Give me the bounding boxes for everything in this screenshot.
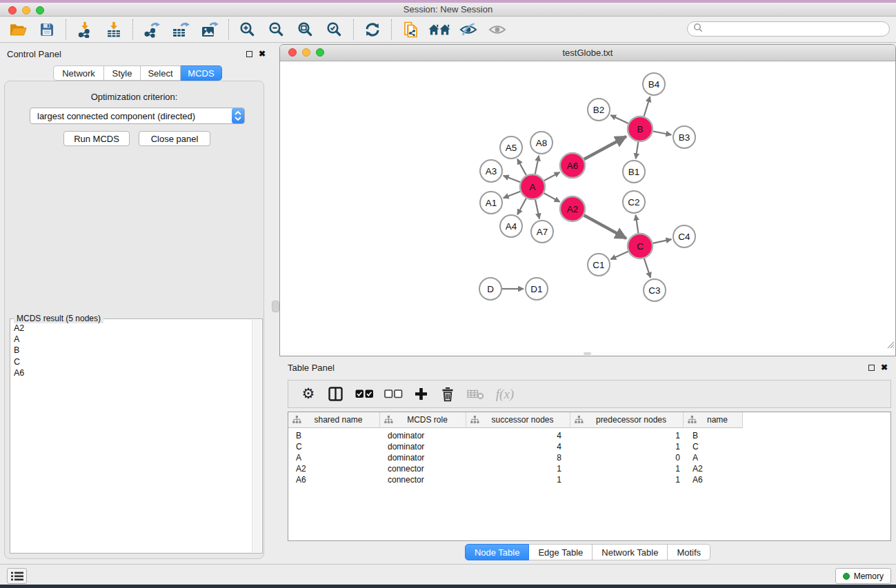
- table-cell[interactable]: A6: [684, 475, 743, 485]
- close-panel-button[interactable]: Close panel: [139, 131, 210, 146]
- table-cell[interactable]: B: [288, 431, 380, 440]
- criterion-dropdown[interactable]: largest connected component (directed): [30, 108, 245, 124]
- network-hscroll-track[interactable]: [280, 352, 895, 356]
- table-cell[interactable]: connector: [380, 464, 466, 474]
- table-row[interactable]: Adominator80A: [288, 452, 890, 463]
- search-box[interactable]: [687, 21, 890, 37]
- table-cell[interactable]: A2: [684, 464, 743, 474]
- minimize-window-button[interactable]: [22, 6, 30, 14]
- tab-node-table[interactable]: Node Table: [465, 544, 530, 560]
- table-cell[interactable]: 1: [570, 442, 684, 452]
- graph-node-A[interactable]: A: [520, 174, 545, 199]
- network-close-button[interactable]: [288, 48, 297, 57]
- float-panel-icon[interactable]: [246, 51, 252, 57]
- hide-selected-icon[interactable]: [456, 18, 481, 41]
- table-cell[interactable]: B: [684, 431, 743, 440]
- graph-node-D1[interactable]: D1: [526, 278, 548, 300]
- network-minimize-button[interactable]: [302, 48, 310, 57]
- graph-node-C2[interactable]: C2: [623, 191, 645, 213]
- export-table-icon[interactable]: [168, 18, 193, 41]
- graph-node-A8[interactable]: A8: [530, 132, 552, 154]
- table-cell[interactable]: A: [684, 453, 743, 463]
- column-header-predecessor-nodes[interactable]: predecessor nodes: [570, 412, 684, 428]
- result-item[interactable]: A6: [14, 367, 251, 378]
- resize-grip-icon[interactable]: [886, 339, 895, 352]
- graph-node-A1[interactable]: A1: [480, 192, 502, 214]
- graph-node-A3[interactable]: A3: [480, 160, 502, 182]
- table-row[interactable]: Cdominator41C: [288, 441, 890, 452]
- tab-mcds[interactable]: MCDS: [181, 65, 222, 81]
- table-cell[interactable]: C: [684, 442, 743, 452]
- table-row[interactable]: A6connector11A6: [288, 474, 890, 485]
- clone-network-icon[interactable]: [398, 18, 423, 41]
- table-settings-icon[interactable]: ⚙: [295, 383, 321, 406]
- result-item[interactable]: A: [14, 334, 251, 345]
- zoom-window-button[interactable]: [36, 6, 44, 14]
- graph-node-A4[interactable]: A4: [500, 215, 522, 237]
- column-header-MCDS-role[interactable]: MCDS role: [380, 412, 466, 428]
- table-row[interactable]: A2connector11A2: [288, 463, 890, 474]
- graph-node-C4[interactable]: C4: [673, 225, 695, 247]
- table-row[interactable]: Bdominator41B: [288, 430, 890, 441]
- export-image-icon[interactable]: [197, 18, 222, 41]
- memory-button[interactable]: Memory: [835, 568, 891, 584]
- zoom-out-icon[interactable]: [264, 18, 289, 41]
- table-cell[interactable]: 1: [570, 475, 684, 485]
- zoom-fit-icon[interactable]: [293, 18, 318, 41]
- run-mcds-button[interactable]: Run MCDS: [63, 131, 130, 146]
- tab-network[interactable]: Network: [53, 65, 104, 81]
- tab-edge-table[interactable]: Edge Table: [529, 544, 593, 560]
- graph-node-D[interactable]: D: [479, 278, 501, 300]
- table-cell[interactable]: 0: [570, 453, 684, 463]
- refresh-icon[interactable]: [360, 18, 385, 41]
- close-window-button[interactable]: [8, 6, 17, 14]
- graph-node-B3[interactable]: B3: [673, 126, 695, 148]
- control-panel-scrollbar-thumb[interactable]: [272, 301, 279, 312]
- result-item[interactable]: A2: [14, 323, 251, 334]
- graph-node-B4[interactable]: B4: [643, 73, 665, 95]
- add-row-icon[interactable]: [407, 383, 435, 406]
- column-header-successor-nodes[interactable]: successor nodes: [466, 412, 570, 428]
- tab-network-table[interactable]: Network Table: [593, 544, 668, 560]
- select-all-icon[interactable]: [349, 383, 379, 406]
- table-cell[interactable]: connector: [380, 475, 466, 485]
- table-cell[interactable]: A6: [288, 475, 380, 485]
- table-cell[interactable]: dominator: [380, 453, 466, 463]
- table-cell[interactable]: 8: [466, 453, 570, 463]
- show-all-icon[interactable]: [485, 18, 510, 41]
- zoom-in-icon[interactable]: [235, 18, 260, 41]
- table-cell[interactable]: 4: [466, 431, 570, 440]
- graph-node-C[interactable]: C: [628, 234, 653, 258]
- column-header-shared-name[interactable]: shared name: [288, 412, 380, 428]
- search-input[interactable]: [706, 23, 889, 34]
- tab-motifs[interactable]: Motifs: [668, 544, 710, 560]
- graph-node-C1[interactable]: C1: [588, 254, 610, 276]
- table-float-panel-icon[interactable]: [868, 365, 875, 371]
- table-cell[interactable]: dominator: [380, 442, 466, 452]
- table-cell[interactable]: dominator: [380, 431, 466, 440]
- graph-node-C3[interactable]: C3: [644, 279, 666, 301]
- import-table-icon[interactable]: [101, 18, 126, 41]
- network-zoom-button[interactable]: [316, 48, 324, 57]
- open-session-icon[interactable]: [6, 18, 30, 41]
- table-cell[interactable]: A: [288, 453, 380, 463]
- graph-node-A7[interactable]: A7: [531, 221, 553, 243]
- graph-node-A6[interactable]: A6: [560, 153, 585, 178]
- zoom-selected-icon[interactable]: [322, 18, 347, 41]
- network-canvas[interactable]: B4B2BB3A8A5A6A3B1AC2A1A2A4A7C4CC1DD1C3: [280, 61, 895, 352]
- export-network-icon[interactable]: [139, 18, 164, 41]
- import-network-icon[interactable]: [72, 18, 97, 41]
- graph-node-B[interactable]: B: [628, 116, 653, 141]
- delete-row-icon[interactable]: [435, 383, 461, 406]
- graph-node-A2[interactable]: A2: [560, 196, 585, 221]
- table-cell[interactable]: 1: [466, 475, 570, 485]
- table-cell[interactable]: 1: [570, 431, 684, 440]
- tab-select[interactable]: Select: [141, 65, 181, 81]
- table-cell[interactable]: 1: [570, 464, 684, 474]
- tab-style[interactable]: Style: [104, 65, 141, 81]
- graph-node-B1[interactable]: B1: [623, 161, 645, 183]
- deselect-all-icon[interactable]: [379, 383, 407, 406]
- save-session-icon[interactable]: [34, 18, 59, 41]
- result-item[interactable]: C: [14, 356, 251, 367]
- result-item[interactable]: B: [14, 345, 251, 356]
